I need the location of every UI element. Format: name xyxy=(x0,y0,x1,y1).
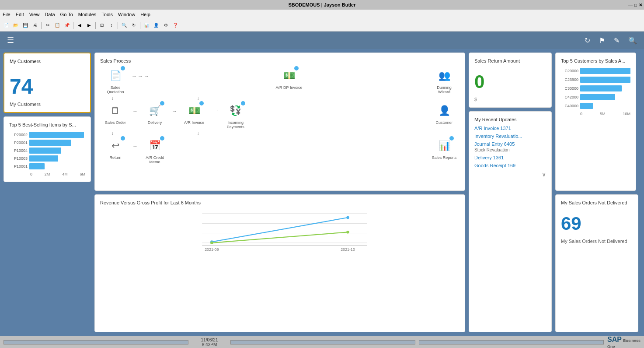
my-customers-label: My Customers xyxy=(10,102,85,107)
flow-sales-quotation[interactable]: 📄 SalesQuotation xyxy=(100,67,131,94)
toolbar-paste[interactable]: 📌 xyxy=(63,21,71,30)
flow-ar-credit-memo[interactable]: 📅 A/R CreditMemo xyxy=(139,137,170,164)
menu-modules[interactable]: Modules xyxy=(78,12,97,17)
flow-ar-dp-invoice[interactable]: 💵 A/R DP Invoice xyxy=(274,67,304,90)
recent-updates-title: My Recent Updates xyxy=(474,117,546,122)
hbar-2 xyxy=(580,77,630,83)
bar-label-5: P10001 xyxy=(9,164,28,169)
menu-tools[interactable]: Tools xyxy=(101,12,113,17)
search-icon[interactable]: 🔍 xyxy=(628,36,637,45)
update-link-0[interactable]: A/R Invoice 1371 xyxy=(474,126,546,131)
orders-not-delivered-count: 69 xyxy=(561,209,633,239)
hbar-row-3: C30000 xyxy=(561,85,630,91)
menu-help[interactable]: Help xyxy=(140,12,150,17)
status-date: 11/06/21 xyxy=(192,337,227,342)
menu-view[interactable]: View xyxy=(29,12,40,17)
toolbar-cut[interactable]: ✂ xyxy=(43,21,52,30)
bookmark-icon[interactable]: ⚑ xyxy=(599,36,605,45)
hbar-row-5: C40000 xyxy=(561,103,630,109)
update-link-1[interactable]: Inventory Revaluatio... xyxy=(474,134,546,139)
flow-return[interactable]: ↩ Return xyxy=(100,137,131,160)
incoming-payments-label: IncomingPayments xyxy=(227,120,244,129)
return-badge xyxy=(121,136,125,141)
toolbar-settings[interactable]: ⚙ xyxy=(161,21,170,30)
down-arrow-3: ↓ xyxy=(111,130,114,136)
toolbar-sort[interactable]: ↕ xyxy=(107,21,116,30)
sales-reports-badge xyxy=(449,136,454,141)
ar-credit-memo-badge xyxy=(160,136,164,141)
update-link-4[interactable]: Goods Receipt 169 xyxy=(474,163,546,168)
edit-icon[interactable]: ✎ xyxy=(614,36,620,45)
menu-edit[interactable]: Edit xyxy=(16,12,24,17)
my-customers-card: My Customers 74 My Customers xyxy=(3,53,91,113)
top-action-right: ↻ ⚑ ✎ 🔍 xyxy=(585,36,637,45)
top5-customers-title: Top 5 Customers by Sales A... xyxy=(561,58,630,63)
sales-reports-label: Sales Reports xyxy=(432,155,457,160)
flow-sales-reports[interactable]: 📊 Sales Reports xyxy=(429,137,460,160)
dunning-wizard-label: DunningWizard xyxy=(437,85,452,94)
toolbar-open[interactable]: 📂 xyxy=(11,21,20,30)
toolbar-chart[interactable]: 📊 xyxy=(142,21,151,30)
arrow-7: → xyxy=(132,143,138,149)
toolbar-user[interactable]: 👤 xyxy=(152,21,160,30)
flow-delivery[interactable]: 🛒 Delivery xyxy=(139,102,170,125)
customer-label: Customer xyxy=(435,120,453,125)
status-progress-3 xyxy=(419,340,604,344)
sales-return-title: Sales Return Amount xyxy=(474,58,546,63)
hbar-row-4: C42000 xyxy=(561,94,630,100)
maximize-btn[interactable]: □ xyxy=(634,3,637,7)
refresh-icon[interactable]: ↻ xyxy=(585,36,590,45)
down-arrow-4: ↓ xyxy=(197,130,199,136)
update-link-2[interactable]: Journal Entry 6405 xyxy=(474,141,546,147)
sales-return-currency: $ xyxy=(474,97,546,102)
bar-row-3: P10004 xyxy=(9,148,85,154)
menu-goto[interactable]: Go To xyxy=(60,12,73,17)
ar-dp-invoice-icon: 💵 xyxy=(283,70,295,81)
flow-incoming-payments[interactable]: 💱 IncomingPayments xyxy=(220,102,251,129)
bar-row-4: P10003 xyxy=(9,155,85,162)
my-customers-title: My Customers xyxy=(10,59,85,64)
menu-data[interactable]: Data xyxy=(45,12,55,17)
ar-invoice-label: A/R Invoice xyxy=(184,120,204,125)
toolbar-search[interactable]: 🔍 xyxy=(120,21,129,30)
recent-updates-expand[interactable]: ∨ xyxy=(542,171,546,178)
bar-label-3: P10004 xyxy=(9,148,28,153)
menu-window[interactable]: Window xyxy=(118,12,135,17)
revenue-card: Revenue Versus Gross Profit for Last 6 M… xyxy=(94,194,465,333)
hbar-xaxis-5m: 5M xyxy=(600,112,606,116)
hbar-label-2: C23900 xyxy=(561,77,578,82)
toolbar-filter[interactable]: ⊡ xyxy=(97,21,106,30)
flow-sales-order[interactable]: 🗒 Sales Order xyxy=(100,102,131,125)
bar-row-1: P20002 xyxy=(9,132,85,138)
flow-dunning-wizard[interactable]: 👥 DunningWizard xyxy=(429,67,460,94)
toolbar-help[interactable]: ❓ xyxy=(171,21,180,30)
window-controls[interactable]: — □ ✕ xyxy=(628,3,642,7)
minimize-btn[interactable]: — xyxy=(628,3,633,7)
toolbar-save[interactable]: 💾 xyxy=(21,21,30,30)
toolbar-new[interactable]: 📄 xyxy=(2,21,10,30)
hbar-label-5: C40000 xyxy=(561,104,578,108)
customer-icon: 👤 xyxy=(439,105,450,116)
hbar-row-2: C23900 xyxy=(561,77,630,83)
sales-quotation-label: SalesQuotation xyxy=(107,85,124,94)
toolbar-copy[interactable]: 📋 xyxy=(53,21,62,30)
toolbar-refresh[interactable]: ↻ xyxy=(129,21,138,30)
flow-ar-invoice[interactable]: 💵 A/R Invoice xyxy=(179,102,209,125)
flow-customer[interactable]: 👤 Customer xyxy=(429,102,460,125)
close-btn[interactable]: ✕ xyxy=(639,3,642,7)
ar-invoice-icon: 💵 xyxy=(188,105,200,116)
toolbar-forward[interactable]: ▶ xyxy=(85,21,94,30)
hamburger-menu[interactable]: ☰ xyxy=(7,35,14,45)
delivery-icon: 🛒 xyxy=(149,105,161,116)
down-arrow-2: ↓ xyxy=(197,95,199,101)
menu-file[interactable]: File xyxy=(3,12,10,17)
bar-row-5: P10001 xyxy=(9,163,85,169)
app-title: SBODEMOUS | Jayson Butler xyxy=(288,2,355,7)
toolbar-back[interactable]: ◀ xyxy=(75,21,84,30)
title-bar: SBODEMOUS | Jayson Butler — □ ✕ xyxy=(0,0,644,10)
toolbar-print[interactable]: 🖨 xyxy=(31,21,39,30)
svg-point-8 xyxy=(346,231,349,234)
svg-point-7 xyxy=(210,241,213,244)
update-link-3[interactable]: Delivery 1361 xyxy=(474,155,546,160)
hbar-label-3: C30000 xyxy=(561,86,578,91)
